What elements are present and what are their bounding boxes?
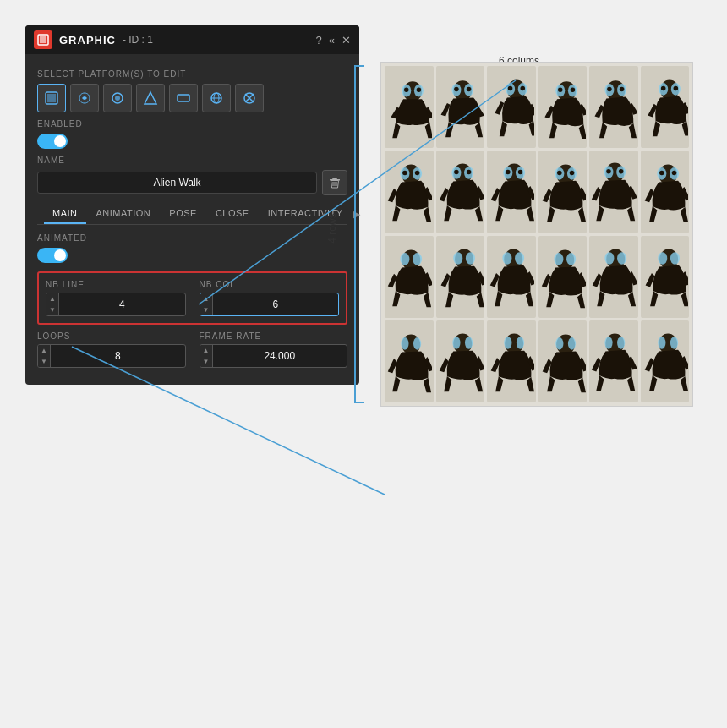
sprite-cell-r4c1 xyxy=(385,320,434,402)
platform-btn-3[interactable] xyxy=(136,84,165,112)
close-button[interactable]: ✕ xyxy=(342,34,351,47)
tab-pose[interactable]: POSE xyxy=(161,204,205,224)
panel-header-controls: ? « ✕ xyxy=(316,34,351,47)
platform-btn-0[interactable] xyxy=(37,84,66,112)
sprite-cell-r2c1 xyxy=(385,151,434,233)
animated-toggle-knob xyxy=(54,249,66,261)
loops-input: ▲ ▼ 8 xyxy=(37,344,186,368)
nb-col-group: NB COL ▲ ▼ 6 xyxy=(200,280,340,316)
svg-point-46 xyxy=(673,86,678,91)
sprite-cell-r3c2 xyxy=(436,236,485,318)
loops-down[interactable]: ▼ xyxy=(38,356,50,367)
svg-rect-1 xyxy=(40,36,46,43)
svg-point-76 xyxy=(672,171,677,176)
svg-point-96 xyxy=(402,337,409,350)
sprite-cell-r1c2 xyxy=(436,66,485,148)
nb-line-input: ▲ ▼ 4 xyxy=(46,293,186,316)
svg-rect-13 xyxy=(332,178,337,179)
animated-toggle[interactable] xyxy=(37,248,68,263)
sprite-cell-r4c3 xyxy=(487,320,536,402)
svg-point-5 xyxy=(115,96,120,101)
sprite-cell-r3c5 xyxy=(589,236,638,318)
svg-point-82 xyxy=(466,252,475,265)
sprite-cell-r2c2 xyxy=(436,151,485,233)
nb-line-label: NB LINE xyxy=(46,280,186,289)
svg-point-88 xyxy=(566,253,576,265)
nb-section: NB LINE ▲ ▼ 4 NB COL ▲ xyxy=(37,271,347,325)
svg-point-78 xyxy=(401,253,410,265)
framerate-down[interactable]: ▼ xyxy=(200,356,212,367)
name-section-label: NAME xyxy=(37,156,347,165)
platform-btn-6[interactable] xyxy=(235,84,264,112)
panel-id: - ID : 1 xyxy=(123,34,153,46)
enabled-toggle[interactable] xyxy=(37,134,68,149)
sprite-cell-r1c5 xyxy=(589,66,638,148)
svg-point-70 xyxy=(607,169,612,174)
svg-rect-7 xyxy=(178,95,189,101)
svg-point-20 xyxy=(404,88,409,93)
sprite-cell-r1c4 xyxy=(538,66,588,148)
nb-line-down[interactable]: ▼ xyxy=(46,304,58,315)
svg-point-51 xyxy=(415,171,420,176)
svg-point-35 xyxy=(558,88,563,93)
svg-marker-6 xyxy=(145,92,156,104)
platform-btn-2[interactable] xyxy=(103,84,132,112)
framerate-spinner: ▲ ▼ xyxy=(200,345,213,367)
name-row xyxy=(37,170,347,195)
sprite-cell-r2c3 xyxy=(487,151,536,233)
delete-button[interactable] xyxy=(322,170,347,195)
panel-header: GRAPHIC - ID : 1 ? « ✕ xyxy=(25,25,359,54)
svg-point-55 xyxy=(454,170,459,175)
loops-value: 8 xyxy=(51,348,185,364)
platform-btn-1[interactable] xyxy=(70,84,99,112)
back-button[interactable]: « xyxy=(329,34,335,47)
svg-point-36 xyxy=(570,88,575,93)
svg-point-99 xyxy=(452,337,460,349)
help-button[interactable]: ? xyxy=(316,34,322,47)
svg-point-41 xyxy=(620,87,625,92)
framerate-value: 24.000 xyxy=(213,348,347,364)
platform-row xyxy=(37,84,347,112)
platform-btn-5[interactable] xyxy=(202,84,231,112)
svg-point-102 xyxy=(505,337,512,349)
svg-point-65 xyxy=(557,171,562,176)
sprite-cell-r4c4 xyxy=(538,320,588,402)
sprite-cell-r1c3 xyxy=(487,66,536,148)
svg-point-106 xyxy=(568,337,576,350)
svg-point-112 xyxy=(670,337,678,349)
svg-point-71 xyxy=(619,169,624,174)
sprite-cell-r2c6 xyxy=(641,151,690,233)
nb-col-down[interactable]: ▼ xyxy=(200,304,212,315)
loops-group: LOOPS ▲ ▼ 8 xyxy=(37,331,186,368)
name-input[interactable] xyxy=(37,172,317,194)
tab-animation[interactable]: ANIMATION xyxy=(88,204,160,224)
svg-point-100 xyxy=(465,337,473,349)
sprite-cell-r3c4 xyxy=(538,236,588,318)
loops-up[interactable]: ▲ xyxy=(38,345,50,356)
loops-label: LOOPS xyxy=(37,331,186,341)
nb-line-spinner: ▲ ▼ xyxy=(46,293,59,315)
nb-col-input: ▲ ▼ 6 xyxy=(200,293,340,316)
framerate-group: FRAME RATE ▲ ▼ 24.000 xyxy=(200,331,348,368)
svg-point-81 xyxy=(453,252,462,265)
svg-point-97 xyxy=(413,337,421,350)
framerate-up[interactable]: ▲ xyxy=(200,345,212,356)
platform-btn-4[interactable] xyxy=(169,84,198,112)
tab-main[interactable]: MAIN xyxy=(44,204,86,224)
svg-rect-3 xyxy=(47,94,56,102)
loops-framerate-row: LOOPS ▲ ▼ 8 FRAME RATE ▲ ▼ 24.00 xyxy=(37,331,347,368)
svg-point-87 xyxy=(554,253,563,265)
sprite-cell-r2c4 xyxy=(538,151,588,233)
nb-line-up[interactable]: ▲ xyxy=(46,293,58,304)
framerate-label: FRAME RATE xyxy=(200,331,348,341)
animated-label: ANIMATED xyxy=(37,233,347,243)
svg-point-111 xyxy=(658,337,665,349)
tab-close[interactable]: CLOSE xyxy=(207,204,258,224)
enabled-toggle-row xyxy=(37,134,347,149)
sprite-cell-r1c1 xyxy=(385,66,434,148)
svg-point-31 xyxy=(521,86,526,91)
svg-point-66 xyxy=(570,171,575,176)
loops-spinner: ▲ ▼ xyxy=(38,345,51,367)
nb-col-up[interactable]: ▲ xyxy=(200,293,212,304)
panel-body: SELECT PLATFORM(S) TO EDIT xyxy=(25,54,359,385)
